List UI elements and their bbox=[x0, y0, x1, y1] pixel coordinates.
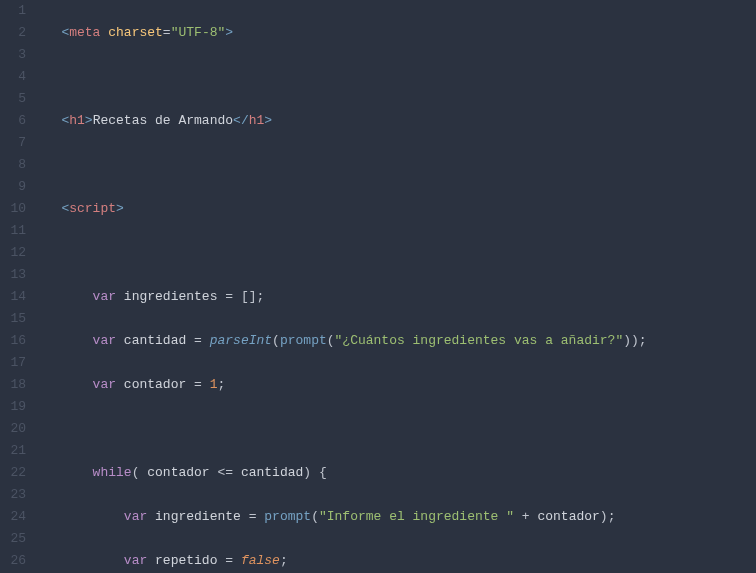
code-line[interactable]: var ingredientes = []; bbox=[38, 286, 756, 308]
line-number: 15 bbox=[0, 308, 26, 330]
code-line[interactable] bbox=[38, 154, 756, 176]
code-line[interactable]: var repetido = false; bbox=[38, 550, 756, 572]
line-number: 8 bbox=[0, 154, 26, 176]
code-area[interactable]: <meta charset="UTF-8"> <h1>Recetas de Ar… bbox=[34, 0, 756, 573]
code-line[interactable]: <meta charset="UTF-8"> bbox=[38, 22, 756, 44]
code-line[interactable] bbox=[38, 66, 756, 88]
line-number: 24 bbox=[0, 506, 26, 528]
code-line[interactable]: while( contador <= cantidad) { bbox=[38, 462, 756, 484]
line-number: 18 bbox=[0, 374, 26, 396]
line-number: 12 bbox=[0, 242, 26, 264]
line-number: 5 bbox=[0, 88, 26, 110]
code-line[interactable] bbox=[38, 242, 756, 264]
line-number: 26 bbox=[0, 550, 26, 572]
line-number: 13 bbox=[0, 264, 26, 286]
code-line[interactable]: var contador = 1; bbox=[38, 374, 756, 396]
code-line[interactable]: var cantidad = parseInt(prompt("¿Cuántos… bbox=[38, 330, 756, 352]
line-number: 1 bbox=[0, 0, 26, 22]
line-number: 14 bbox=[0, 286, 26, 308]
code-editor[interactable]: 1 2 3 4 5 6 7 8 9 10 11 12 13 14 15 16 1… bbox=[0, 0, 756, 573]
line-number: 6 bbox=[0, 110, 26, 132]
line-number: 21 bbox=[0, 440, 26, 462]
line-number: 4 bbox=[0, 66, 26, 88]
line-number: 3 bbox=[0, 44, 26, 66]
line-number: 20 bbox=[0, 418, 26, 440]
code-line[interactable]: <h1>Recetas de Armando</h1> bbox=[38, 110, 756, 132]
line-number: 9 bbox=[0, 176, 26, 198]
code-line[interactable] bbox=[38, 418, 756, 440]
line-number: 19 bbox=[0, 396, 26, 418]
line-number: 7 bbox=[0, 132, 26, 154]
line-number: 11 bbox=[0, 220, 26, 242]
line-number: 22 bbox=[0, 462, 26, 484]
line-number: 16 bbox=[0, 330, 26, 352]
line-number: 25 bbox=[0, 528, 26, 550]
code-line[interactable]: <script> bbox=[38, 198, 756, 220]
line-number: 2 bbox=[0, 22, 26, 44]
code-line[interactable]: var ingrediente = prompt("Informe el ing… bbox=[38, 506, 756, 528]
line-gutter: 1 2 3 4 5 6 7 8 9 10 11 12 13 14 15 16 1… bbox=[0, 0, 34, 573]
line-number: 10 bbox=[0, 198, 26, 220]
line-number: 23 bbox=[0, 484, 26, 506]
line-number: 17 bbox=[0, 352, 26, 374]
